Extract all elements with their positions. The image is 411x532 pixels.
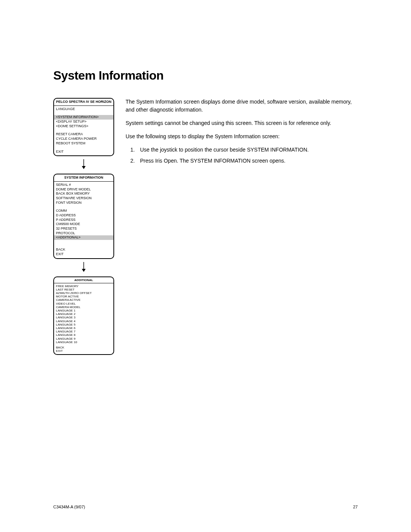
menu-box-sysinfo: SYSTEM INFORMATION SERIAL # DOME DRIVE M…: [53, 174, 114, 259]
step: Press Iris Open. The SYSTEM INFORMATION …: [136, 157, 358, 165]
menu-item: LANGUAGE 10: [56, 340, 112, 344]
menu-title: SYSTEM INFORMATION: [54, 174, 113, 182]
svg-marker-3: [82, 269, 86, 272]
menu-item: P ADDRESS: [56, 218, 112, 222]
menu-item: LANGUAGE 4: [56, 320, 112, 323]
menu-item: LANGUAGE: [56, 107, 112, 112]
menu-item: D ADDRESS: [56, 213, 112, 218]
menu-item: <DOME SETTINGS>: [56, 124, 112, 129]
menu-item: AZIMUTH ZERO OFFSET: [56, 291, 112, 295]
menu-item: VIDEO LEVEL: [56, 302, 112, 305]
menu-item: LANGUAGE 6: [56, 326, 112, 330]
menu-item: CYCLE CAMERA POWER: [56, 137, 112, 141]
menu-item: 32 PRESETS: [56, 227, 112, 231]
menu-item: LANGUAGE 3: [56, 316, 112, 319]
menu-item: LANGUAGE 9: [56, 337, 112, 340]
menu-item: LANGUAGE 5: [56, 323, 112, 326]
menu-item: PROTOCOL: [56, 231, 112, 236]
menu-item: BACK: [56, 248, 112, 252]
menu-item: <ADDITIONAL>: [54, 235, 113, 240]
svg-marker-1: [82, 166, 86, 169]
menu-item: LANGUAGE 2: [56, 312, 112, 316]
arrow-down-icon: [81, 262, 86, 272]
menu-item: <SYSTEM INFORMATION>: [54, 115, 113, 120]
menu-item: DOME DRIVE MODEL: [56, 187, 112, 192]
menu-item: LAST RESET: [56, 288, 112, 291]
page-title: System Information: [53, 69, 358, 83]
menu-item: LANGUAGE 1: [56, 309, 112, 312]
menu-item: FREE MEMORY: [56, 284, 112, 288]
menu-item: EXIT: [56, 252, 112, 257]
menu-item: CM9500 MODE: [56, 222, 112, 227]
menu-box-additional: ADDITIONAL FREE MEMORY LAST RESET AZIMUT…: [53, 276, 114, 355]
paragraph: The System Information screen displays d…: [126, 98, 358, 114]
menu-item: <DISPLAY SETUP>: [56, 120, 112, 124]
menu-item: LANGUAGE 7: [56, 330, 112, 333]
menu-item: CAMERA ACTIVE: [56, 298, 112, 302]
menu-item: LANGUAGE 8: [56, 333, 112, 337]
menu-item: EXIT: [56, 349, 112, 353]
menu-item: SOFTWARE VERSION: [56, 196, 112, 201]
menu-item: MOTOR ACTIVE: [56, 295, 112, 298]
menu-item: SERIAL #: [56, 183, 112, 187]
menu-item: BACK: [56, 346, 112, 349]
arrow-down-icon: [81, 159, 86, 169]
menu-column: PELCO SPECTRA IV SE HORIZON LANGUAGE <SY…: [53, 98, 114, 358]
menu-title: PELCO SPECTRA IV SE HORIZON: [54, 99, 113, 106]
menu-item: FONT VERSION: [56, 201, 112, 205]
menu-item: COMM: [56, 209, 112, 213]
menu-item: EXIT: [56, 150, 112, 154]
menu-item: CAMERA MODEL: [56, 305, 112, 309]
menu-item: RESET CAMERA: [56, 132, 112, 137]
menu-title: ADDITIONAL: [54, 277, 113, 283]
menu-box-main: PELCO SPECTRA IV SE HORIZON LANGUAGE <SY…: [53, 98, 114, 156]
footer-doc-id: C3434M-A (9/07): [53, 505, 85, 509]
paragraph: Use the following steps to display the S…: [126, 133, 358, 141]
menu-item: REBOOT SYSTEM: [56, 141, 112, 146]
footer-page-number: 27: [353, 505, 358, 509]
body-text: The System Information screen displays d…: [126, 98, 358, 168]
menu-item: BACK BOX MEMORY: [56, 192, 112, 196]
paragraph: System settings cannot be changed using …: [126, 119, 358, 127]
step: Use the joystick to position the cursor …: [136, 146, 358, 154]
